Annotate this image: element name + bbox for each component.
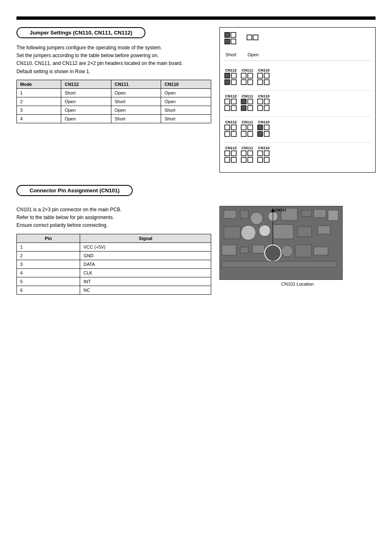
pin-row: 2 GND [17,251,211,260]
svg-rect-24 [248,99,253,104]
cell-cn112: Open [61,97,111,106]
pin-number: 1 [17,242,80,251]
section2-layout: CN101 is a 2×3 pin connector on the main… [16,206,376,295]
section1-desc: The following jumpers configure the oper… [16,44,211,76]
svg-rect-51 [258,157,263,162]
svg-rect-11 [241,80,246,85]
board-image: CN101 [219,206,343,280]
svg-rect-22 [241,99,246,104]
svg-rect-10 [241,73,246,78]
jumper-legend: Short Open [224,32,371,61]
signal-col-header: Signal [80,234,211,242]
pin-col-header: Pin [17,234,80,242]
svg-point-64 [241,225,256,240]
svg-rect-76 [222,261,336,268]
pin-number: 3 [17,260,80,268]
jumper-diagram-row1: CN112 CN111 [224,65,371,91]
col-header-cn110: CN110 [161,80,211,88]
section2-table: Pin Signal 1 VCC (+5V) 2 GND [16,234,211,295]
svg-rect-62 [328,210,338,221]
section1-table: Mode CN112 CN111 CN110 1 Short Open Open… [16,80,211,123]
row3-cn111: CN111 [240,120,254,139]
svg-rect-40 [264,125,269,130]
pin-row: 4 CLK [17,268,211,277]
svg-rect-63 [224,226,240,239]
svg-rect-2 [231,32,236,37]
open-label: Open [248,52,259,57]
pin-signal: VCC (+5V) [80,242,211,251]
svg-rect-7 [225,80,230,85]
section2-desc: CN101 is a 2×3 pin connector on the main… [16,206,211,230]
jumper-diagram-box: Short Open [219,27,376,173]
row4-pins: CN112 CN111 [224,146,271,165]
row4-cn111: CN111 [240,146,254,165]
cell-cn111: Open [111,106,161,114]
cell-cn110: Open [161,97,211,106]
cell-mode: 1 [17,88,61,97]
section1-left: Jumper Settings (CN110, CN111, CN112) Th… [16,27,211,173]
svg-rect-29 [264,106,269,111]
row4-cn110: CN110 [257,146,271,165]
svg-point-73 [281,245,293,257]
pin-signal: DATA [80,260,211,268]
svg-rect-23 [241,106,246,111]
row2-cn110: CN110 [257,94,271,113]
svg-rect-67 [297,226,312,237]
pin-number: 6 [17,286,80,294]
row3-cn112: CN112 [224,120,238,139]
cell-cn111: Short [111,97,161,106]
col-header-cn112: CN112 [61,80,111,88]
jumper-diagram-row4: CN112 CN111 [224,143,371,168]
svg-text:CN101: CN101 [275,208,286,212]
svg-rect-43 [225,157,230,162]
row2-cn111: CN111 [240,94,254,113]
row1-cn110: CN110 [257,68,271,87]
svg-rect-44 [231,151,236,156]
pin-signal: INT [80,277,211,286]
svg-rect-1 [225,39,230,44]
svg-rect-48 [248,151,253,156]
svg-rect-52 [264,151,269,156]
row3-cn110: CN110 [257,120,271,139]
svg-rect-4 [247,35,252,40]
svg-rect-18 [225,99,230,104]
svg-rect-0 [225,32,230,37]
svg-rect-38 [258,125,263,130]
table-row: 3 Open Open Short [17,106,211,114]
svg-rect-19 [225,106,230,111]
cell-cn110: Short [161,114,211,123]
jumper-diagram-row2: CN112 CN111 [224,91,371,117]
svg-rect-8 [231,73,236,78]
svg-rect-17 [264,80,269,85]
pin-row: 1 VCC (+5V) [17,242,211,251]
svg-rect-28 [264,99,269,104]
table-row: 2 Open Short Open [17,97,211,106]
pin-row: 3 DATA [17,260,211,268]
svg-rect-45 [231,157,236,162]
row2-cn112: CN112 [224,94,238,113]
svg-point-72 [265,245,281,261]
cell-cn112: Open [61,106,111,114]
svg-rect-39 [258,132,263,136]
row2-pins: CN112 CN111 [224,94,271,113]
section2-pill: Connector Pin Assignment (CN101) [16,185,133,196]
cell-mode: 2 [17,97,61,106]
svg-rect-25 [248,106,253,111]
section1-layout: Jumper Settings (CN110, CN111, CN112) Th… [16,27,376,173]
section1-pill: Jumper Settings (CN110, CN111, CN112) [16,27,145,38]
board-image-inner: CN101 [220,206,342,279]
svg-rect-5 [253,35,258,40]
svg-rect-9 [231,80,236,85]
pin-signal: NC [80,286,211,294]
svg-rect-31 [225,132,230,136]
svg-point-57 [251,212,263,225]
col-header-mode: Mode [17,80,61,88]
page: Jumper Settings (CN110, CN111, CN112) Th… [0,0,392,554]
svg-rect-30 [225,125,230,130]
top-bar [16,16,376,20]
pin-row: 6 NC [17,286,211,294]
svg-rect-75 [314,247,328,255]
svg-rect-34 [241,125,246,130]
svg-rect-41 [264,132,269,136]
svg-rect-55 [224,210,236,219]
